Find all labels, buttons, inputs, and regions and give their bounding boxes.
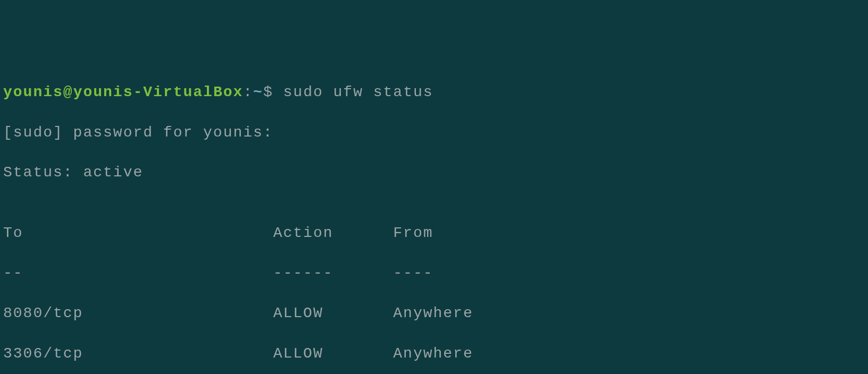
prompt-path: ~ — [253, 84, 263, 100]
prompt-line[interactable]: younis@younis-VirtualBox:~$ sudo ufw sta… — [3, 82, 865, 103]
table-separator: -- ------ ---- — [3, 263, 865, 283]
sudo-password-line: [sudo] password for younis: — [3, 123, 865, 143]
status-line: Status: active — [3, 163, 865, 183]
table-row: 3306/tcp ALLOW Anywhere — [3, 344, 865, 364]
prompt-host: younis-VirtualBox — [73, 84, 244, 100]
table-row: 8080/tcp ALLOW Anywhere — [3, 303, 865, 324]
table-header: To Action From — [3, 223, 865, 243]
command-text: sudo ufw status — [283, 84, 433, 100]
prompt-colon: : — [243, 84, 253, 100]
prompt-at: @ — [63, 84, 73, 100]
prompt-dollar: $ — [263, 84, 283, 100]
prompt-user: younis — [3, 84, 63, 100]
